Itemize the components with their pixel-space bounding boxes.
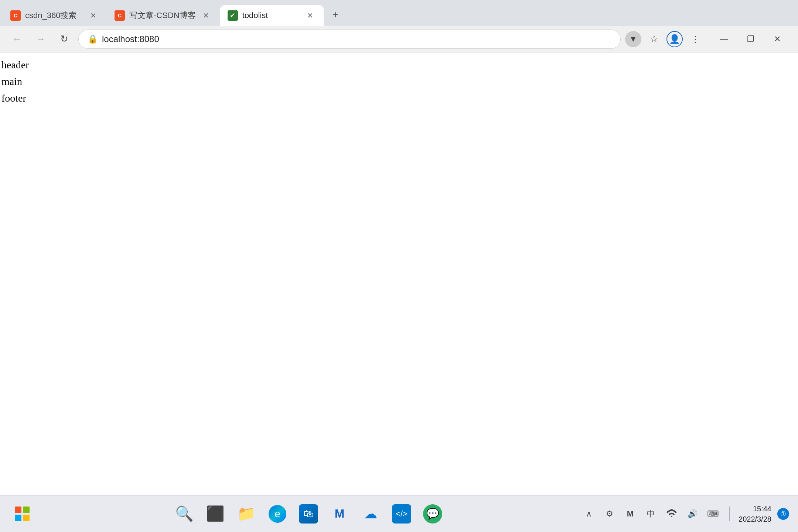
browser-window: C csdn_360搜索 ✕ C 写文章-CSDN博客 ✕ ✔ todolist… [0, 0, 798, 532]
tab-title-csdn: csdn_360搜索 [25, 10, 83, 21]
footer-text: footer [1, 90, 797, 107]
notification-button[interactable]: ① [777, 508, 789, 520]
tray-keyboard-icon[interactable]: ⌨ [706, 507, 720, 521]
taskbar-search-button[interactable]: 🔍 [171, 501, 198, 527]
vscode-icon: </> [392, 504, 411, 524]
clock-time: 15:44 [739, 504, 771, 514]
tray-divider [729, 507, 730, 521]
header-text: header [1, 57, 797, 74]
close-button[interactable]: ✕ [764, 30, 791, 49]
terminal-icon: M [335, 507, 345, 521]
search-icon: 🔍 [175, 505, 194, 522]
wechat-icon: 💬 [423, 504, 442, 524]
downloads-button[interactable]: ▼ [625, 31, 641, 47]
tray-lang-icon[interactable]: 中 [644, 507, 658, 521]
tab-close-csdn[interactable]: ✕ [87, 10, 99, 21]
tab-favicon-todo: ✔ [228, 10, 238, 21]
windows-logo [15, 507, 30, 521]
taskbar-center: 🔍 ⬛ 📁 e 🛍 M ☁ [35, 501, 582, 527]
browser-menu-button[interactable]: ⋮ [687, 31, 703, 47]
win-logo-green [23, 507, 30, 513]
tray-settings-icon[interactable]: ⚙ [602, 507, 617, 521]
taskbar-taskview-button[interactable]: ⬛ [202, 501, 229, 527]
toolbar: ← → ↻ 🔒 localhost:8080 ▼ ☆ 👤 ⋮ — [0, 26, 798, 52]
tab-favicon-write: C [115, 10, 125, 21]
refresh-button[interactable]: ↻ [55, 30, 74, 49]
main-text: main [1, 74, 797, 90]
folder-icon: 📁 [237, 505, 256, 522]
taskbar-edge-button[interactable]: e [264, 501, 291, 527]
window-controls: — ❐ ✕ [711, 30, 791, 49]
tabs-bar: C csdn_360搜索 ✕ C 写文章-CSDN博客 ✕ ✔ todolist… [0, 0, 798, 26]
bookmark-button[interactable]: ☆ [646, 31, 662, 47]
tab-close-todo[interactable]: ✕ [304, 10, 316, 21]
taskbar-store-button[interactable]: 🛍 [295, 501, 322, 527]
tray-wifi-icon[interactable] [664, 507, 679, 521]
tab-title-write: 写文章-CSDN博客 [129, 10, 196, 21]
win-logo-yellow [23, 515, 30, 521]
taskbar-right: ∧ ⚙ M 中 🔊 ⌨ 15:44 2022/3/28 ① [582, 504, 789, 524]
taskbar-vscode-button[interactable]: </> [388, 501, 415, 527]
taskbar-fileexplorer-button[interactable]: 📁 [233, 501, 260, 527]
tab-favicon-csdn: C [10, 10, 21, 21]
taskbar-left [9, 501, 35, 527]
new-tab-button[interactable]: + [326, 5, 345, 24]
tab-title-todo: todolist [242, 11, 300, 20]
tray-volume-icon[interactable]: 🔊 [685, 507, 700, 521]
web-content: header main footer [0, 52, 798, 495]
address-bar[interactable]: 🔒 localhost:8080 [78, 30, 621, 49]
lock-icon: 🔒 [88, 34, 98, 44]
win-logo-blue [15, 515, 21, 521]
tab-write-csdn[interactable]: C 写文章-CSDN博客 ✕ [107, 5, 219, 26]
page-text: header main footer [1, 57, 797, 106]
taskbar-terminal-button[interactable]: M [326, 501, 353, 527]
taskbar-azure-button[interactable]: ☁ [357, 501, 384, 527]
profile-button[interactable]: 👤 [666, 31, 683, 47]
clock-date: 2022/3/28 [739, 514, 771, 524]
edge-icon: e [269, 505, 286, 523]
tab-todolist[interactable]: ✔ todolist ✕ [220, 5, 324, 26]
azure-icon: ☁ [364, 506, 377, 522]
tray-chart-icon[interactable]: M [623, 507, 638, 521]
taskbar: 🔍 ⬛ 📁 e 🛍 M ☁ [0, 495, 798, 532]
back-button[interactable]: ← [7, 30, 27, 49]
store-icon: 🛍 [299, 504, 318, 524]
system-clock[interactable]: 15:44 2022/3/28 [739, 504, 771, 524]
tab-csdn-360[interactable]: C csdn_360搜索 ✕ [3, 5, 106, 26]
start-button[interactable] [9, 501, 35, 527]
taskbar-wechat-button[interactable]: 💬 [419, 501, 446, 527]
maximize-button[interactable]: ❐ [737, 30, 764, 49]
minimize-button[interactable]: — [711, 30, 737, 49]
tab-close-write[interactable]: ✕ [200, 10, 212, 21]
forward-button[interactable]: → [31, 30, 50, 49]
win-logo-red [15, 507, 21, 513]
taskview-icon: ⬛ [206, 505, 225, 522]
tray-chevron[interactable]: ∧ [582, 507, 596, 521]
url-text: localhost:8080 [102, 34, 611, 44]
